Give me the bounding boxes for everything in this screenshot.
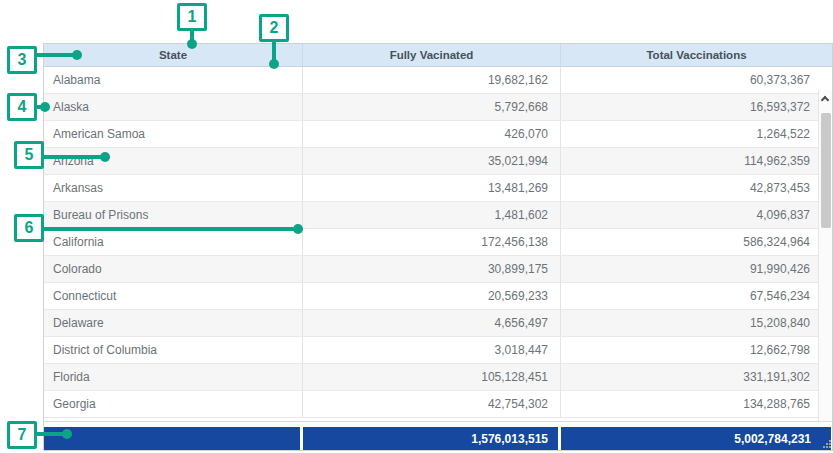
table-row[interactable]: Colorado 30,899,175 91,990,426	[44, 256, 832, 283]
state-cell: Colorado	[44, 256, 303, 282]
state-cell: Delaware	[44, 310, 303, 336]
state-cell: Arkansas	[44, 175, 303, 201]
table-row[interactable]: Bureau of Prisons 1,481,602 4,096,837	[44, 202, 832, 229]
fully-vacinated-cell: 3,018,447	[303, 337, 561, 363]
table-row[interactable]: Alaska 5,792,668 16,593,372	[44, 94, 832, 121]
state-cell: American Samoa	[44, 121, 303, 147]
vaccinations-table: State Fully Vacinated Total Vaccinations…	[43, 43, 833, 451]
fully-vacinated-cell: 42,754,302	[303, 391, 561, 417]
table-row[interactable]: Alabama 19,682,162 60,373,367	[44, 67, 832, 94]
fully-vacinated-cell: 20,569,233	[303, 283, 561, 309]
fully-vacinated-cell: 172,456,138	[303, 229, 561, 255]
scroll-up-button[interactable]	[819, 92, 832, 106]
state-cell: Arizona	[44, 148, 303, 174]
callout-1-badge: 1	[177, 3, 207, 31]
callout-5-dot	[100, 152, 110, 162]
callout-6-line	[43, 227, 300, 231]
state-cell: Alaska	[44, 94, 303, 120]
callout-5-badge: 5	[14, 141, 44, 169]
total-vaccinations-cell: 67,546,234	[561, 283, 832, 309]
scrollbar-thumb[interactable]	[821, 113, 831, 228]
table-row[interactable]: California 172,456,138 586,324,964	[44, 229, 832, 256]
callout-1-dot	[187, 39, 197, 49]
callout-7-dot	[62, 429, 72, 439]
column-header-total-vaccinations[interactable]: Total Vaccinations	[561, 44, 832, 66]
total-vaccinations-cell: 586,324,964	[561, 229, 832, 255]
state-cell: Connecticut	[44, 283, 303, 309]
fully-vacinated-cell: 4,656,497	[303, 310, 561, 336]
callout-5-line	[43, 155, 107, 159]
resize-grip-icon[interactable]	[823, 440, 832, 449]
table-row[interactable]: District of Columbia 3,018,447 12,662,79…	[44, 337, 832, 364]
fully-vacinated-cell: 30,899,175	[303, 256, 561, 282]
chevron-up-icon	[821, 96, 829, 104]
table-row[interactable]: Connecticut 20,569,233 67,546,234	[44, 283, 832, 310]
callout-2-badge: 2	[259, 14, 289, 42]
total-vaccinations-cell: 60,373,367	[561, 67, 832, 93]
table-row[interactable]: American Samoa 426,070 1,264,522	[44, 121, 832, 148]
total-vaccinations-cell: 114,962,359	[561, 148, 832, 174]
fully-vacinated-cell: 105,128,451	[303, 364, 561, 390]
table-row[interactable]: Florida 105,128,451 331,191,302	[44, 364, 832, 391]
fully-vacinated-cell: 13,481,269	[303, 175, 561, 201]
state-cell: California	[44, 229, 303, 255]
table-row[interactable]: Georgia 42,754,302 134,288,765	[44, 391, 832, 418]
table-header-row: State Fully Vacinated Total Vaccinations	[44, 44, 832, 67]
fully-vacinated-cell: 5,792,668	[303, 94, 561, 120]
table-row[interactable]: Arizona 35,021,994 114,962,359	[44, 148, 832, 175]
callout-4-dot	[40, 102, 50, 112]
table-body: Alabama 19,682,162 60,373,367 Alaska 5,7…	[44, 67, 832, 422]
state-cell: Bureau of Prisons	[44, 202, 303, 228]
callout-4-badge: 4	[7, 93, 37, 121]
state-cell: Georgia	[44, 391, 303, 417]
total-vaccinations-cell: 1,264,522	[561, 121, 832, 147]
column-header-fully-vacinated[interactable]: Fully Vacinated	[303, 44, 561, 66]
table-row[interactable]: Delaware 4,656,497 15,208,840	[44, 310, 832, 337]
totals-row: 1,576,013,515 5,002,784,231	[44, 427, 831, 450]
total-vaccinations-cell: 42,873,453	[561, 175, 832, 201]
state-cell: Alabama	[44, 67, 303, 93]
fully-vacinated-cell: 426,070	[303, 121, 561, 147]
total-vaccinations-cell: 134,288,765	[561, 391, 832, 417]
callout-7-badge: 7	[7, 421, 37, 449]
totals-total-vaccinations: 5,002,784,231	[561, 427, 831, 450]
totals-state-cell	[44, 427, 300, 450]
total-vaccinations-cell: 16,593,372	[561, 94, 832, 120]
total-vaccinations-cell: 91,990,426	[561, 256, 832, 282]
table-row[interactable]: Arkansas 13,481,269 42,873,453	[44, 175, 832, 202]
callout-2-dot	[269, 59, 279, 69]
state-cell: Florida	[44, 364, 303, 390]
fully-vacinated-cell: 19,682,162	[303, 67, 561, 93]
callout-6-badge: 6	[14, 214, 44, 242]
callout-3-badge: 3	[7, 46, 37, 74]
total-vaccinations-cell: 4,096,837	[561, 202, 832, 228]
total-vaccinations-cell: 15,208,840	[561, 310, 832, 336]
callout-3-dot	[72, 50, 82, 60]
total-vaccinations-cell: 331,191,302	[561, 364, 832, 390]
vertical-scrollbar[interactable]	[818, 90, 832, 422]
state-cell: District of Columbia	[44, 337, 303, 363]
column-header-state[interactable]: State	[44, 44, 303, 66]
fully-vacinated-cell: 1,481,602	[303, 202, 561, 228]
callout-6-dot	[293, 224, 303, 234]
totals-fully-vacinated: 1,576,013,515	[303, 427, 558, 450]
fully-vacinated-cell: 35,021,994	[303, 148, 561, 174]
total-vaccinations-cell: 12,662,798	[561, 337, 832, 363]
